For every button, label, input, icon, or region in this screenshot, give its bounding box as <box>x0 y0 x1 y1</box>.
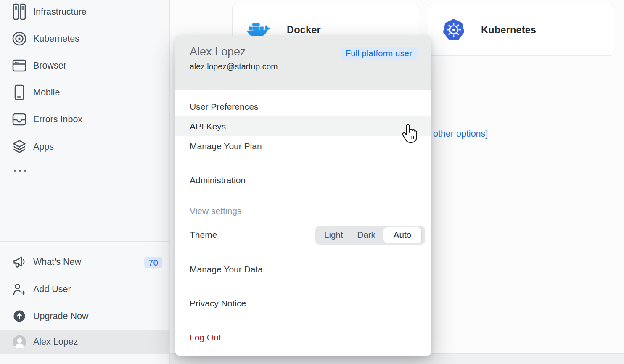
menu-item-user-preferences[interactable]: User Preferences <box>175 97 431 116</box>
theme-row: Theme Light Dark Auto <box>175 222 431 248</box>
kubernetes-target-icon <box>12 29 27 48</box>
menu-item-api-keys[interactable]: API Keys <box>175 116 431 136</box>
user-menu-group-admin: Administration <box>175 163 431 197</box>
user-menu-group-privacy: Privacy Notice <box>175 286 431 320</box>
apps-layers-icon <box>12 137 27 156</box>
browser-icon <box>12 56 27 75</box>
view-settings-label: View settings <box>175 204 431 218</box>
sidebar-item-infrastructure[interactable]: Infrastructure <box>0 3 170 21</box>
theme-option-light[interactable]: Light <box>315 230 350 240</box>
sidebar-user-name: Alex Lopez <box>33 337 78 347</box>
infrastructure-icon <box>12 3 27 21</box>
docker-card-title: Docker <box>287 24 321 36</box>
sidebar-item-label: Browser <box>33 61 66 71</box>
user-menu-group-data: Manage Your Data <box>175 252 431 286</box>
user-role-badge: Full platform user <box>341 47 417 60</box>
other-options-link[interactable]: other options] <box>433 129 488 139</box>
sidebar-item-label: Apps <box>33 142 54 152</box>
sidebar-item-mobile[interactable]: Mobile <box>0 83 170 102</box>
sidebar-item-label: Errors Inbox <box>33 114 82 125</box>
user-menu-group-view-settings: View settings Theme Light Dark Auto <box>175 197 431 252</box>
sidebar-more-ellipsis-icon[interactable] <box>14 170 26 172</box>
kubernetes-logo-icon <box>442 18 465 41</box>
avatar <box>12 332 27 351</box>
user-menu-group-account: User Preferences API Keys Manage Your Pl… <box>175 90 431 163</box>
menu-item-manage-your-plan[interactable]: Manage Your Plan <box>175 136 431 156</box>
sidebar-item-kubernetes[interactable]: Kubernetes <box>0 29 170 48</box>
user-menu-dropdown: Alex Lopez alez.lopez@startup.com Full p… <box>175 36 431 356</box>
theme-option-auto[interactable]: Auto <box>383 227 422 243</box>
sidebar-item-apps[interactable]: Apps <box>0 137 170 156</box>
sidebar-divider <box>0 241 170 242</box>
sidebar: Infrastructure Kubernetes <box>0 0 170 364</box>
megaphone-icon <box>12 253 27 271</box>
menu-item-manage-your-data[interactable]: Manage Your Data <box>175 259 431 279</box>
sidebar-item-label: Upgrade Now <box>33 311 88 322</box>
add-user-icon <box>12 280 27 298</box>
menu-item-privacy-notice[interactable]: Privacy Notice <box>175 293 431 313</box>
sidebar-item-label: What's New <box>33 257 81 267</box>
theme-option-dark[interactable]: Dark <box>350 230 383 240</box>
sidebar-item-label: Mobile <box>33 87 60 98</box>
mobile-icon <box>12 83 27 102</box>
menu-item-administration[interactable]: Administration <box>175 170 431 190</box>
kubernetes-card[interactable]: Kubernetes <box>428 4 614 56</box>
theme-label: Theme <box>190 230 217 240</box>
errors-inbox-icon <box>12 110 27 129</box>
user-menu-group-logout: Log Out <box>175 320 431 354</box>
sidebar-item-upgrade-now[interactable]: Upgrade Now <box>0 306 170 327</box>
sidebar-item-label: Add User <box>33 284 71 295</box>
menu-item-log-out[interactable]: Log Out <box>175 327 431 347</box>
upgrade-arrow-icon <box>12 307 27 325</box>
sidebar-item-user-account[interactable]: Alex Lopez <box>0 330 170 354</box>
app-root: Docker Kubernetes other <box>0 0 624 364</box>
user-menu-email: alez.lopez@startup.com <box>190 62 417 71</box>
whats-new-count-badge: 70 <box>144 257 162 268</box>
theme-toggle: Light Dark Auto <box>315 226 425 245</box>
sidebar-item-label: Infrastructure <box>33 7 87 17</box>
sidebar-item-browser[interactable]: Browser <box>0 56 170 75</box>
user-menu-header: Alex Lopez alez.lopez@startup.com Full p… <box>175 36 431 90</box>
kubernetes-card-title: Kubernetes <box>481 24 536 36</box>
sidebar-item-add-user[interactable]: Add User <box>0 279 170 300</box>
sidebar-item-label: Kubernetes <box>33 34 79 44</box>
sidebar-item-errors-inbox[interactable]: Errors Inbox <box>0 110 170 129</box>
